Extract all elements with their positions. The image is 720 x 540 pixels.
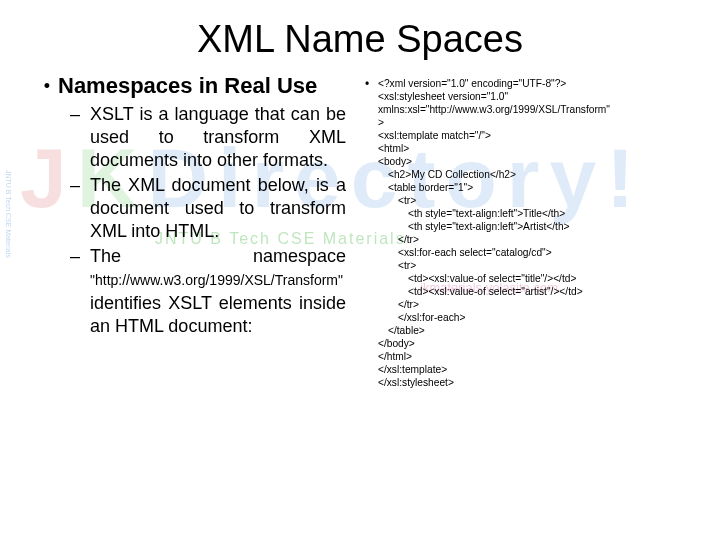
code-line: <td><xsl:value-of select="title"/></td>: [378, 272, 610, 285]
slide-title: XML Name Spaces: [0, 18, 720, 61]
bullet-dot-icon: •: [356, 77, 378, 389]
code-line: </xsl:for-each>: [378, 311, 610, 324]
code-line: <tr>: [378, 194, 610, 207]
bullet-heading-text: Namespaces in Real Use: [58, 73, 317, 99]
code-line: <h2>My CD Collection</h2>: [378, 168, 610, 181]
bullet-dot-icon: •: [36, 73, 58, 99]
left-column: • Namespaces in Real Use – XSLT is a lan…: [36, 73, 346, 389]
sub-bullet-1: – XSLT is a language that can be used to…: [70, 103, 346, 172]
code-line: </xsl:template>: [378, 363, 610, 376]
sub-bullet-2: – The XML document below, is a document …: [70, 174, 346, 243]
code-line: >: [378, 116, 610, 129]
code-line: <html>: [378, 142, 610, 155]
code-line: <xsl:template match="/">: [378, 129, 610, 142]
code-line: <xsl:stylesheet version="1.0": [378, 90, 610, 103]
code-line: <th style="text-align:left">Title</th>: [378, 207, 610, 220]
sub-bullet-3-text: The namespace "http://www.w3.org/1999/XS…: [90, 245, 346, 338]
bullet-heading: • Namespaces in Real Use: [36, 73, 346, 99]
xslt-code-block: <?xml version="1.0" encoding="UTF-8"?><x…: [378, 77, 610, 389]
code-line: xmlns:xsl="http://www.w3.org/1999/XSL/Tr…: [378, 103, 610, 116]
sub-bullet-3: – The namespace "http://www.w3.org/1999/…: [70, 245, 346, 338]
code-line: </tr>: [378, 298, 610, 311]
dash-icon: –: [70, 245, 90, 268]
code-line: <th style="text-align:left">Artist</th>: [378, 220, 610, 233]
sub-bullet-2-text: The XML document below, is a document us…: [90, 174, 346, 243]
code-line: </body>: [378, 337, 610, 350]
code-line: <body>: [378, 155, 610, 168]
code-line: <table border="1">: [378, 181, 610, 194]
code-line: </xsl:stylesheet>: [378, 376, 610, 389]
code-bullet: • <?xml version="1.0" encoding="UTF-8"?>…: [356, 77, 690, 389]
code-line: <?xml version="1.0" encoding="UTF-8"?>: [378, 77, 610, 90]
sub-bullet-1-text: XSLT is a language that can be used to t…: [90, 103, 346, 172]
dash-icon: –: [70, 174, 90, 197]
code-line: <tr>: [378, 259, 610, 272]
code-line: </html>: [378, 350, 610, 363]
right-column: • <?xml version="1.0" encoding="UTF-8"?>…: [356, 73, 690, 389]
code-line: <td><xsl:value-of select="artist"/></td>: [378, 285, 610, 298]
dash-icon: –: [70, 103, 90, 126]
code-line: </table>: [378, 324, 610, 337]
content-columns: • Namespaces in Real Use – XSLT is a lan…: [0, 73, 720, 389]
code-line: </tr>: [378, 233, 610, 246]
code-line: <xsl:for-each select="catalog/cd">: [378, 246, 610, 259]
